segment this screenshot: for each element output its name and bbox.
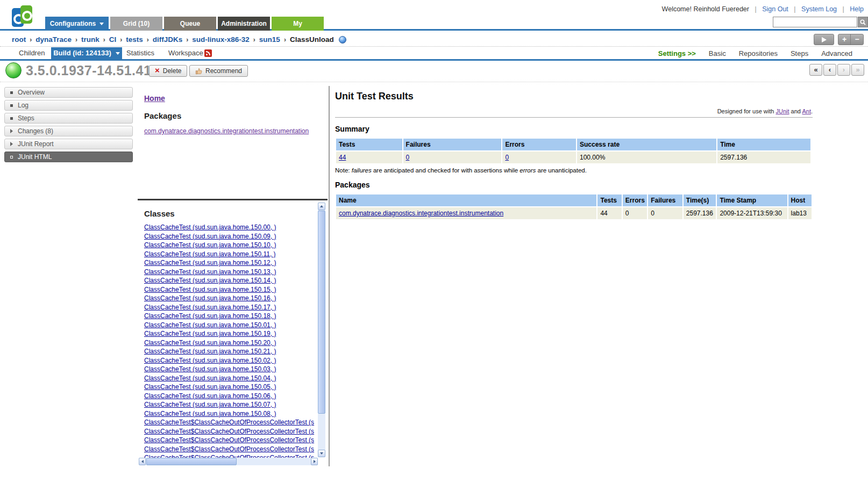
settings-steps-link[interactable]: Steps	[791, 49, 808, 57]
tab-statistics[interactable]: Statistics	[126, 47, 154, 59]
class-link[interactable]: ClassCacheTest (sud.sun.java.home.150.02…	[144, 356, 318, 365]
class-link[interactable]: ClassCacheTest (sud.sun.java.home.150.21…	[144, 347, 318, 356]
horizontal-scroll-thumb[interactable]	[146, 458, 237, 465]
junit-link[interactable]: JUnit	[776, 108, 789, 114]
breadcrumb-link-ci[interactable]: CI	[109, 35, 117, 44]
class-link[interactable]: ClassCacheTest (sud.sun.java.home.150.16…	[144, 294, 318, 303]
class-link[interactable]: ClassCacheTest (sud.sun.java.home.150.12…	[144, 258, 318, 268]
breadcrumb-link-root[interactable]: root	[12, 35, 26, 44]
pager-next-button[interactable]: ›	[837, 64, 850, 76]
recommend-label: Recommend	[205, 67, 242, 75]
breadcrumb-link-sud-linux[interactable]: sud-linux-x86-32	[192, 35, 250, 44]
breadcrumb-separator: ›	[186, 36, 188, 44]
class-link[interactable]: ClassCacheTest (sud.sun.java.home.150.14…	[144, 276, 318, 285]
errors-count-link[interactable]: 0	[505, 154, 509, 161]
sidebar-item-junit-report[interactable]: JUnit Report	[4, 139, 133, 149]
sign-out-link[interactable]: Sign Out	[762, 5, 788, 13]
settings-link[interactable]: Settings >>	[658, 49, 696, 57]
class-link[interactable]: ClassCacheTest (sud.sun.java.home.150.08…	[144, 409, 318, 419]
tests-count-link[interactable]: 44	[339, 154, 346, 161]
sidebar-item-log[interactable]: Log	[4, 100, 133, 111]
delete-label: Delete	[163, 67, 182, 75]
package-link[interactable]: com.dynatrace.diagnostics.integrationtes…	[144, 127, 309, 135]
class-link[interactable]: ClassCacheTest (sud.sun.java.home.150.09…	[144, 232, 318, 241]
quickbuild-logo-icon[interactable]	[12, 5, 33, 30]
sidebar-item-changes[interactable]: Changes (8)	[4, 126, 133, 136]
run-build-button[interactable]	[814, 34, 834, 45]
class-link[interactable]: ClassCacheTest (sud.sun.java.home.150.17…	[144, 303, 318, 312]
settings-basic-link[interactable]: Basic	[709, 49, 726, 57]
search-icon	[860, 19, 866, 25]
failures-count-link[interactable]: 0	[406, 154, 410, 161]
nav-tab-grid[interactable]: Grid (10)	[110, 17, 162, 31]
breadcrumb-link-tests[interactable]: tests	[126, 35, 143, 44]
nav-tab-my[interactable]: My	[272, 17, 324, 31]
delete-button[interactable]: Delete	[149, 65, 187, 77]
class-link[interactable]: ClassCacheTest (sud.sun.java.home.150.19…	[144, 329, 318, 338]
class-link[interactable]: ClassCacheTest$ClassCacheOutOfProcessCol…	[144, 436, 318, 445]
summary-tests-cell: 44	[336, 152, 402, 163]
class-link[interactable]: ClassCacheTest (sud.sun.java.home.150.04…	[144, 374, 318, 383]
rss-feed-icon[interactable]	[204, 49, 212, 57]
class-link[interactable]: ClassCacheTest (sud.sun.java.home.150.06…	[144, 392, 318, 401]
scroll-down-button[interactable]	[318, 450, 325, 457]
frame-divider-horizontal[interactable]	[138, 199, 328, 200]
expand-collapse-buttons	[838, 34, 864, 45]
class-link[interactable]: ClassCacheTest (sud.sun.java.home.150.15…	[144, 285, 318, 294]
breadcrumb-link-trunk[interactable]: trunk	[81, 35, 99, 44]
class-link[interactable]: ClassCacheTest (sud.sun.java.home.150.10…	[144, 241, 318, 250]
packages-header-errors: Errors	[623, 194, 647, 206]
class-link[interactable]: ClassCacheTest (sud.sun.java.home.150.03…	[144, 365, 318, 374]
package-name-link[interactable]: com.dynatrace.diagnostics.integrationtes…	[339, 210, 503, 217]
scroll-left-button[interactable]	[139, 458, 146, 465]
search-input[interactable]	[773, 17, 857, 27]
class-link[interactable]: ClassCacheTest (sud.sun.java.home.150.13…	[144, 268, 318, 277]
class-link[interactable]: ClassCacheTest (sud.sun.java.home.150.18…	[144, 312, 318, 321]
breadcrumb-link-dynatrace[interactable]: dynaTrace	[35, 35, 72, 44]
class-link[interactable]: ClassCacheTest$ClassCacheOutOfProcessCol…	[144, 445, 318, 454]
tab-children[interactable]: Children	[19, 47, 45, 59]
sidebar-item-overview[interactable]: Overview	[4, 87, 133, 98]
class-link[interactable]: ClassCacheTest$ClassCacheOutOfProcessCol…	[144, 418, 318, 427]
frame-divider-vertical[interactable]	[329, 86, 330, 466]
settings-repositories-link[interactable]: Repositories	[739, 49, 778, 57]
sidebar-item-junit-html[interactable]: JUnit HTML	[4, 152, 133, 162]
class-link[interactable]: ClassCacheTest$ClassCacheOutOfProcessCol…	[144, 453, 318, 458]
class-link[interactable]: ClassCacheTest (sud.sun.java.home.150.01…	[144, 321, 318, 330]
collapse-minus-button[interactable]	[851, 34, 863, 45]
vertical-scroll-thumb[interactable]	[318, 211, 325, 414]
scroll-up-button[interactable]	[318, 203, 325, 210]
pager-last-button[interactable]: »	[851, 64, 864, 76]
report-home-link[interactable]: Home	[144, 94, 165, 103]
expand-plus-button[interactable]	[838, 34, 851, 45]
recommend-button[interactable]: Recommend	[189, 65, 248, 77]
class-link[interactable]: ClassCacheTest (sud.sun.java.home.150.07…	[144, 400, 318, 409]
settings-advanced-link[interactable]: Advanced	[821, 49, 852, 57]
square-bullet-icon	[10, 117, 13, 120]
class-link[interactable]: ClassCacheTest (sud.sun.java.home.150.00…	[144, 223, 318, 232]
nav-tab-queue[interactable]: Queue	[164, 17, 216, 31]
system-log-link[interactable]: System Log	[801, 5, 837, 13]
sidebar-item-label: JUnit HTML	[18, 153, 52, 161]
class-link[interactable]: ClassCacheTest (sud.sun.java.home.150.11…	[144, 250, 318, 259]
nav-tab-configurations[interactable]: Configurations	[45, 17, 109, 31]
tab-build-active[interactable]: Build (id: 124133)	[51, 47, 122, 59]
scroll-right-button[interactable]	[311, 458, 318, 465]
pager-first-button[interactable]: «	[809, 64, 822, 76]
nav-tab-administration[interactable]: Administration	[218, 17, 270, 31]
breadcrumb-link-diffjdks[interactable]: diffJDKs	[153, 35, 183, 44]
breadcrumb-link-sun15[interactable]: sun15	[259, 35, 280, 44]
class-link[interactable]: ClassCacheTest (sud.sun.java.home.150.05…	[144, 383, 318, 392]
class-link[interactable]: ClassCacheTest$ClassCacheOutOfProcessCol…	[144, 427, 318, 436]
unit-test-results-frame: Unit Test Results Designed for use with …	[335, 86, 813, 220]
classes-vertical-scrollbar[interactable]	[318, 203, 325, 457]
ant-link[interactable]: Ant	[802, 108, 811, 114]
search-button[interactable]	[858, 17, 868, 27]
classes-horizontal-scrollbar[interactable]	[139, 458, 318, 465]
tab-workspace[interactable]: Workspace	[168, 47, 203, 59]
designed-for-line: Designed for use with JUnit and Ant.	[335, 108, 813, 114]
pager-prev-button[interactable]: ‹	[823, 64, 836, 76]
class-link[interactable]: ClassCacheTest (sud.sun.java.home.150.20…	[144, 338, 318, 348]
help-link[interactable]: Help	[850, 5, 864, 13]
sidebar-item-steps[interactable]: Steps	[4, 113, 133, 124]
